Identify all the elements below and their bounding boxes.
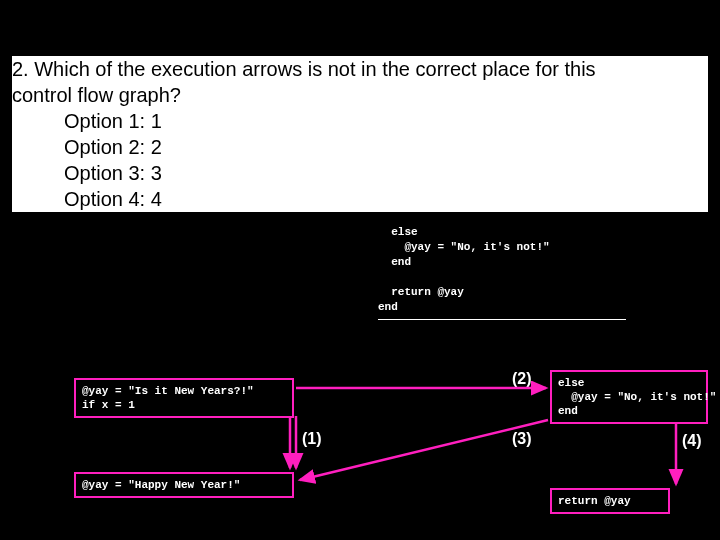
arrow-label-2: (2) xyxy=(512,370,532,388)
node-else-block: else @yay = "No, it's not!" end xyxy=(550,370,708,424)
node-then-block: @yay = "Happy New Year!" xyxy=(74,472,294,498)
arrow-label-1: (1) xyxy=(302,430,322,448)
arrow-3 xyxy=(300,420,548,480)
source-code-listing: def january(x) @yay = "Is it New Years?!… xyxy=(378,115,626,320)
arrow-1 xyxy=(290,416,296,468)
question-line-1: 2. Which of the execution arrows is not … xyxy=(12,56,708,82)
node-if-block: @yay = "Is it New Years?!" if x = 1 xyxy=(74,378,294,418)
node-return-block: return @yay xyxy=(550,488,670,514)
question-line-2: control flow graph? xyxy=(12,82,708,108)
arrow-label-3: (3) xyxy=(512,430,532,448)
svg-line-4 xyxy=(300,420,548,480)
arrow-label-4: (4) xyxy=(682,432,702,450)
